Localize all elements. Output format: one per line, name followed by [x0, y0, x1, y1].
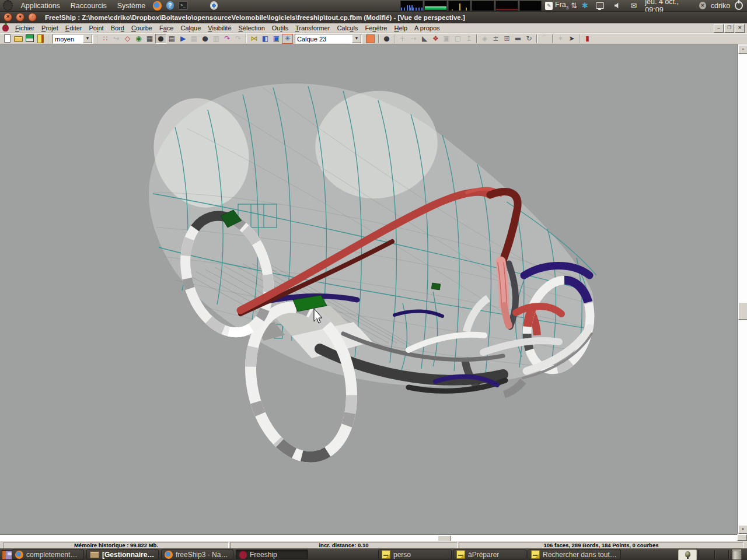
- layer-color-swatch[interactable]: [366, 34, 375, 43]
- layer-combo[interactable]: Calque 23▼: [295, 34, 362, 44]
- plus-minus-icon[interactable]: ±: [490, 34, 501, 44]
- mesh-grid-icon[interactable]: ▦: [144, 34, 155, 44]
- menu-sélection[interactable]: Sélection: [235, 24, 268, 32]
- menu-a-propos[interactable]: A propos: [411, 24, 443, 32]
- vertical-scrollbar[interactable]: ▪ ▾: [737, 44, 747, 534]
- menu-bord[interactable]: Bord: [107, 24, 128, 32]
- display-icon[interactable]: [596, 2, 604, 9]
- applications-menu[interactable]: Applications: [15, 2, 65, 10]
- yellow-x-icon[interactable]: ⋈: [249, 34, 260, 44]
- task-button-4[interactable]: perso: [378, 550, 452, 559]
- dark-leaf-icon[interactable]: ●: [200, 34, 211, 44]
- gaussian-curvature-icon[interactable]: ▶: [177, 34, 189, 44]
- perspective-view-canvas[interactable]: [0, 44, 737, 534]
- chromium-icon[interactable]: [210, 1, 218, 10]
- red-meter-icon[interactable]: ▮: [582, 34, 593, 44]
- memory-monitor[interactable]: [424, 1, 447, 11]
- user-status-icon[interactable]: ✕: [699, 2, 706, 9]
- menu-help[interactable]: Help: [390, 24, 411, 32]
- rotate-icon[interactable]: ↻: [523, 34, 535, 44]
- menu-point[interactable]: Point: [86, 24, 107, 32]
- distro-logo[interactable]: [3, 0, 13, 11]
- move-point-icon[interactable]: +: [397, 34, 408, 44]
- keyboard-layout-label[interactable]: Fra3: [555, 1, 568, 10]
- system-menu[interactable]: Système: [112, 2, 151, 10]
- fair-curve-icon[interactable]: ⌒: [539, 34, 550, 44]
- developability-icon[interactable]: ▦: [189, 34, 200, 44]
- horizontal-scrollbar[interactable]: [0, 534, 737, 541]
- task-button-0[interactable]: completementCintre - ...: [12, 550, 84, 559]
- menu-calculs[interactable]: Calculs: [333, 24, 361, 32]
- scrollbar-corner[interactable]: [737, 534, 747, 541]
- menu-face[interactable]: Face: [156, 24, 177, 32]
- chevron-down-icon[interactable]: ▼: [352, 34, 361, 43]
- freeship-mdi-icon[interactable]: [2, 24, 9, 32]
- maximize-button[interactable]: ▫: [28, 13, 37, 22]
- mail-icon[interactable]: ✉: [630, 1, 637, 11]
- snowflake-icon[interactable]: ✳: [282, 34, 293, 44]
- menu-visibilité[interactable]: Visibilité: [204, 24, 235, 32]
- menu-outils[interactable]: Outils: [268, 24, 292, 32]
- vscroll-split-button[interactable]: ▪: [738, 45, 747, 54]
- terminal-icon[interactable]: >_: [179, 1, 187, 10]
- perspective-viewport[interactable]: [0, 44, 737, 534]
- new-file-icon[interactable]: [2, 34, 13, 44]
- menu-fichier[interactable]: Fichier: [12, 24, 38, 32]
- save-file-icon[interactable]: [24, 34, 35, 44]
- lock-closed-icon[interactable]: ▣: [441, 34, 452, 44]
- vscroll-thumb[interactable]: [738, 302, 747, 320]
- shaded-view-icon[interactable]: ●: [155, 34, 166, 44]
- menu-editer[interactable]: Editer: [62, 24, 86, 32]
- zebra-stripes-icon[interactable]: ▤: [166, 34, 177, 44]
- bird-icon[interactable]: ➤: [566, 34, 577, 44]
- dark-duck-icon[interactable]: ●: [381, 34, 392, 44]
- keyboard-layout-icon[interactable]: ✎: [545, 2, 553, 10]
- menu-projet[interactable]: Projet: [38, 24, 62, 32]
- battlement-icon[interactable]: ▥: [211, 34, 222, 44]
- gray-curve-icon[interactable]: ↷: [233, 34, 244, 44]
- window-titlebar[interactable]: ✕ ▾ ▫ Free!Ship : Z:\home\cdriko\Dropbox…: [0, 12, 747, 23]
- sync-arrows-icon[interactable]: ⇅: [571, 1, 577, 10]
- username[interactable]: cdriko: [711, 2, 730, 10]
- globe-icon[interactable]: ◉: [133, 34, 144, 44]
- exit-icon[interactable]: [35, 34, 46, 44]
- cpu-monitor[interactable]: [400, 1, 423, 11]
- menu-calque[interactable]: Calque: [177, 24, 204, 32]
- dashed-arrow-icon[interactable]: ⇢: [408, 34, 419, 44]
- minimize-button[interactable]: ▾: [16, 13, 25, 22]
- intersect-star-icon[interactable]: ✶: [555, 34, 566, 44]
- update-icon[interactable]: ✱: [582, 1, 588, 10]
- task-button-5[interactable]: àPréparer: [453, 550, 526, 559]
- red-butterfly-icon[interactable]: ❖: [430, 34, 441, 44]
- chevron-down-icon[interactable]: ▼: [83, 34, 92, 43]
- help-icon[interactable]: ?: [166, 1, 174, 10]
- interior-edges-icon[interactable]: ↪: [111, 34, 122, 44]
- mdi-minimize-button[interactable]: –: [714, 24, 724, 33]
- control-points-icon[interactable]: ∷: [100, 34, 111, 44]
- task-button-3[interactable]: Freeship: [236, 550, 308, 559]
- trash-icon[interactable]: [732, 550, 742, 560]
- menu-courbe[interactable]: Courbe: [128, 24, 156, 32]
- task-button-2[interactable]: freeShip3 - Navigateur...: [161, 550, 233, 559]
- insert-plane-icon[interactable]: ⊞: [501, 34, 512, 44]
- precision-combo[interactable]: moyen▼: [53, 34, 93, 44]
- lock-open-icon[interactable]: ▢: [452, 34, 463, 44]
- dark-box-icon[interactable]: ▬: [512, 34, 523, 44]
- disk-monitor[interactable]: [495, 1, 518, 11]
- task-button-6[interactable]: Rechercher dans toute...: [528, 550, 621, 559]
- task-button-1[interactable]: [Gestionnaire de m...: [86, 550, 159, 559]
- power-icon[interactable]: [735, 1, 743, 10]
- mdi-restore-button[interactable]: ❐: [724, 24, 734, 33]
- menu-transformer[interactable]: Transformer: [292, 24, 334, 32]
- places-menu[interactable]: Raccourcis: [65, 2, 112, 10]
- network-monitor[interactable]: [448, 1, 471, 11]
- firefox-icon[interactable]: [153, 1, 161, 10]
- open-file-icon[interactable]: [13, 34, 24, 44]
- menu-fenêtre[interactable]: Fenêtre: [362, 24, 391, 32]
- diamond-pencil-icon[interactable]: ◈: [479, 34, 490, 44]
- load-monitor[interactable]: [472, 1, 494, 11]
- vscroll-down-button[interactable]: ▾: [738, 525, 747, 534]
- blue-window-icon[interactable]: ▣: [271, 34, 282, 44]
- volume-icon[interactable]: [615, 2, 621, 9]
- balloon-applet[interactable]: [678, 550, 697, 560]
